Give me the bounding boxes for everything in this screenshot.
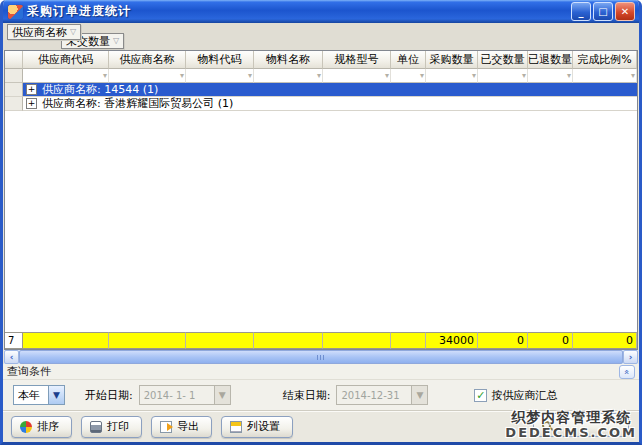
- filter-cell[interactable]: ▾: [478, 69, 528, 83]
- end-date-value: 2014-12-31: [337, 390, 411, 401]
- column-header-purchase-qty[interactable]: 采购数量: [426, 51, 478, 69]
- filter-cell[interactable]: ▾: [23, 69, 109, 83]
- summarize-by-supplier-checkbox[interactable]: ✓ 按供应商汇总: [474, 388, 557, 403]
- column-header-unit[interactable]: 单位: [391, 51, 426, 69]
- filter-cell[interactable]: ▾: [573, 69, 637, 83]
- dropdown-arrow-icon: ▾: [248, 69, 252, 83]
- query-controls-row: 本年 ▼ 开始日期: 2014- 1- 1 ▼ 结束日期: 2014-12-31…: [3, 380, 639, 410]
- footer-row-indicator: 7: [5, 332, 23, 349]
- column-header-completion-pct[interactable]: 完成比例%: [573, 51, 637, 69]
- filter-cell[interactable]: ▾: [186, 69, 254, 83]
- group-chip-label: 供应商名称: [12, 25, 67, 40]
- print-icon: [90, 421, 102, 433]
- summary-cell: [109, 332, 186, 349]
- summary-cell-returned-total: 0: [528, 332, 573, 349]
- sort-button-label: 排序: [37, 419, 59, 434]
- double-chevron-up-icon: «: [621, 369, 633, 375]
- group-row-label: 供应商名称: 香港辉耀国际贸易公司 (1): [42, 96, 233, 111]
- sort-button[interactable]: 排序: [11, 416, 72, 438]
- chevron-down-icon: ▼: [411, 386, 427, 404]
- expand-plus-icon[interactable]: +: [26, 98, 37, 109]
- row-indicator-header: [5, 51, 23, 69]
- column-header-returned-qty[interactable]: 已退数量: [528, 51, 573, 69]
- end-date-picker: 2014-12-31 ▼: [336, 385, 428, 405]
- start-date-value: 2014- 1- 1: [140, 390, 214, 401]
- filter-cell[interactable]: ▾: [391, 69, 426, 83]
- dropdown-arrow-icon: ▾: [522, 69, 526, 83]
- column-header-supplier-name[interactable]: 供应商名称: [109, 51, 186, 69]
- row-indicator: [5, 83, 23, 97]
- dropdown-arrow-icon: ▾: [472, 69, 476, 83]
- column-settings-icon: [230, 421, 242, 433]
- filter-cell[interactable]: ▾: [528, 69, 573, 83]
- start-date-label: 开始日期:: [85, 388, 133, 403]
- group-row-supplier-14544[interactable]: + 供应商名称: 14544 (1): [5, 83, 637, 97]
- query-panel: 查询条件 « 本年 ▼ 开始日期: 2014- 1- 1 ▼ 结束日期: 201…: [3, 364, 639, 410]
- print-button[interactable]: 打印: [81, 416, 142, 438]
- filter-cell[interactable]: ▾: [109, 69, 186, 83]
- summary-cell-purchase-total: 34000: [426, 332, 478, 349]
- dropdown-arrow-icon: ▾: [420, 69, 424, 83]
- column-header-spec-model[interactable]: 规格型号: [323, 51, 391, 69]
- period-select[interactable]: 本年 ▼: [13, 385, 65, 405]
- app-window: 采购订单进度统计 _ □ ✕ 供应商名称 ▽ 未交数量 ▽ 供应商代码 供应商名…: [0, 0, 642, 445]
- collapse-panel-button[interactable]: «: [619, 365, 635, 379]
- horizontal-scrollbar: ‹ ›: [4, 350, 638, 364]
- dropdown-arrow-icon: ▾: [385, 69, 389, 83]
- filter-triangle-icon: ▽: [113, 37, 119, 45]
- query-panel-title: 查询条件: [7, 364, 51, 379]
- maximize-button[interactable]: □: [593, 2, 613, 21]
- filter-cell[interactable]: ▾: [254, 69, 323, 83]
- bottom-toolbar: 排序 打印 导出 列设置 织梦内容管理系统 DEDECMS.COM: [3, 410, 639, 442]
- grid-empty-area: [5, 111, 637, 332]
- dropdown-arrow-icon: ▾: [631, 69, 635, 83]
- column-settings-button[interactable]: 列设置: [221, 416, 293, 438]
- summarize-checkbox-label: 按供应商汇总: [491, 388, 557, 403]
- column-header-material-code[interactable]: 物料代码: [186, 51, 254, 69]
- group-chip-supplier-name[interactable]: 供应商名称 ▽: [7, 24, 81, 40]
- column-settings-button-label: 列设置: [247, 419, 280, 434]
- scroll-right-arrow[interactable]: ›: [623, 350, 638, 364]
- column-header-material-name[interactable]: 物料名称: [254, 51, 323, 69]
- summary-cell: [186, 332, 254, 349]
- minimize-button[interactable]: _: [571, 2, 591, 21]
- group-row-supplier-hongkong[interactable]: + 供应商名称: 香港辉耀国际贸易公司 (1): [5, 97, 637, 111]
- scrollbar-thumb[interactable]: [19, 350, 623, 364]
- dropdown-arrow-icon: ▾: [317, 69, 321, 83]
- dropdown-arrow-icon: ▾: [180, 69, 184, 83]
- expand-plus-icon[interactable]: +: [26, 84, 37, 95]
- title-bar: 采购订单进度统计 _ □ ✕: [3, 0, 639, 23]
- dropdown-arrow-icon: ▾: [567, 69, 571, 83]
- summary-cell-completion-total: 0: [573, 332, 637, 349]
- group-by-panel: 供应商名称 ▽ 未交数量 ▽: [3, 23, 639, 50]
- grid-filter-row: ▾ ▾ ▾ ▾ ▾ ▾ ▾ ▾ ▾ ▾: [5, 69, 637, 83]
- row-indicator: [5, 97, 23, 111]
- filter-cell[interactable]: ▾: [323, 69, 391, 83]
- group-row-label: 供应商名称: 14544 (1): [42, 82, 158, 97]
- chevron-down-icon: ▼: [48, 386, 64, 404]
- export-button-label: 导出: [177, 419, 199, 434]
- window-title: 采购订单进度统计: [27, 3, 131, 20]
- summary-cell-delivered-total: 0: [478, 332, 528, 349]
- export-button[interactable]: 导出: [151, 416, 212, 438]
- chevron-down-icon: ▼: [214, 386, 230, 404]
- dropdown-arrow-icon: ▾: [103, 69, 107, 83]
- column-header-supplier-code[interactable]: 供应商代码: [23, 51, 109, 69]
- magnifier-icon: [542, 421, 551, 430]
- close-button[interactable]: ✕: [615, 2, 635, 21]
- summary-cell: [23, 332, 109, 349]
- app-icon: [8, 5, 23, 19]
- start-date-picker: 2014- 1- 1 ▼: [139, 385, 231, 405]
- query-button[interactable]: [533, 413, 629, 437]
- summary-cell: [254, 332, 323, 349]
- scroll-left-arrow[interactable]: ‹: [4, 350, 19, 364]
- period-select-value: 本年: [14, 388, 48, 403]
- checkbox-check-icon[interactable]: ✓: [474, 389, 487, 402]
- export-icon: [160, 421, 172, 433]
- column-header-delivered-qty[interactable]: 已交数量: [478, 51, 528, 69]
- print-button-label: 打印: [107, 419, 129, 434]
- row-indicator-filter: [5, 69, 23, 83]
- filter-cell[interactable]: ▾: [426, 69, 478, 83]
- grid-summary-row: 7 34000 0 0 0: [5, 332, 637, 349]
- summary-cell: [323, 332, 391, 349]
